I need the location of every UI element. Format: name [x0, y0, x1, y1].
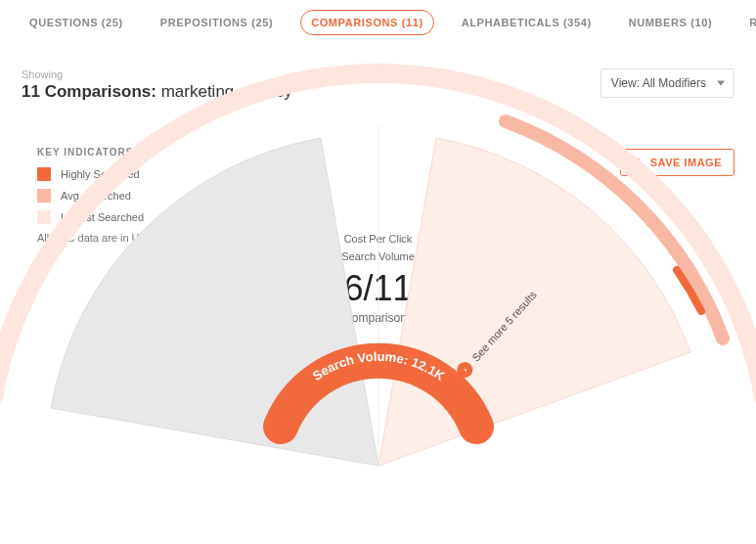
radial-chart: Search Volume: 12.1K › See more 5 result… — [0, 35, 756, 544]
tab-prepositions[interactable]: PREPOSITIONS (25) — [151, 11, 283, 34]
tab-questions[interactable]: QUESTIONS (25) — [20, 11, 133, 34]
tab-related[interactable]: RELATED (15) — [739, 11, 756, 34]
tab-comparisons[interactable]: COMPARISONS (11) — [300, 10, 434, 35]
tab-alphabeticals[interactable]: ALPHABETICALS (354) — [452, 11, 601, 34]
tab-numbers[interactable]: NUMBERS (10) — [619, 11, 722, 34]
